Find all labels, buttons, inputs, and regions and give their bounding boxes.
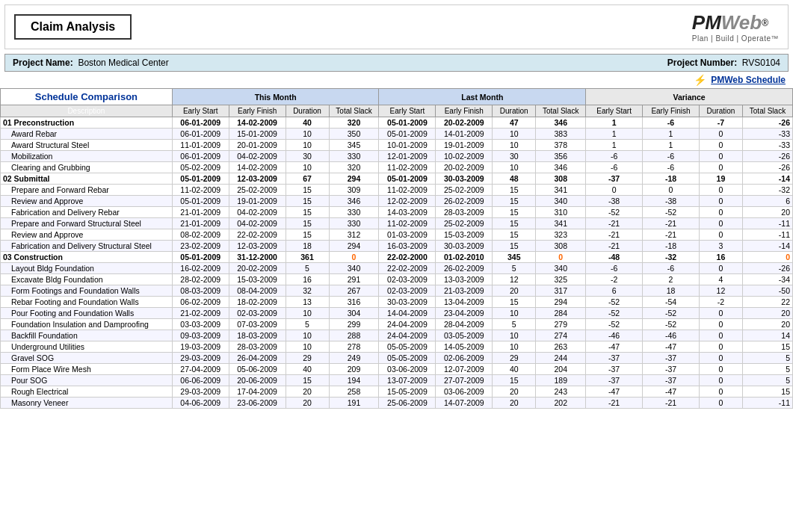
cell-desc: Prepare and Forward Structural Steel (1, 218, 173, 229)
cell-ef: 26-04-2009 (229, 353, 286, 364)
cell-ef: 14-02-2009 (229, 117, 286, 129)
cell-lef: 14-05-2009 (436, 341, 493, 353)
cell-vef: 1 (643, 129, 700, 140)
cell-lts: 202 (536, 398, 586, 409)
cell-les: 05-05-2009 (379, 341, 436, 353)
cell-dur: 30 (286, 151, 329, 162)
cell-vef: -52 (643, 319, 700, 330)
cell-ves: 1 (586, 117, 643, 129)
cell-les: 03-06-2009 (379, 364, 436, 375)
cell-vts: 5 (742, 353, 792, 364)
cell-vdur: 0 (699, 229, 742, 241)
cell-ves: 0 (586, 185, 643, 196)
cell-ef: 18-03-2009 (229, 330, 286, 341)
cell-lef: 03-05-2009 (436, 330, 493, 341)
cell-lts: 317 (536, 285, 586, 297)
cell-vef: 1 (643, 140, 700, 151)
cell-les: 05-05-2009 (379, 353, 436, 364)
cell-dur: 15 (286, 375, 329, 386)
cell-lef: 28-04-2009 (436, 319, 493, 330)
cell-lef: 14-01-2009 (436, 129, 493, 140)
cell-ts: 194 (329, 375, 379, 386)
cell-les: 25-06-2009 (379, 398, 436, 409)
cell-vef: -21 (643, 229, 700, 241)
cell-ts: 330 (329, 207, 379, 218)
cell-ef: 19-01-2009 (229, 196, 286, 207)
cell-ves: -21 (586, 241, 643, 252)
cell-ldur: 15 (493, 185, 536, 196)
cell-ldur: 15 (493, 218, 536, 229)
schedule-comparison-label: Schedule Comparison (35, 91, 138, 102)
cell-ves: -52 (586, 207, 643, 218)
cell-vts: 5 (742, 364, 792, 375)
cell-lts: 346 (536, 117, 586, 129)
logo-pm: PM (692, 11, 721, 34)
cell-dur: 5 (286, 319, 329, 330)
var-ts-subheader: Total Slack (742, 105, 792, 117)
cell-ts: 0 (329, 252, 379, 263)
table-row: Excavate Bldg Foundation 28-02-2009 15-0… (1, 274, 793, 285)
cell-les: 22-02-2000 (379, 252, 436, 263)
cell-les: 01-03-2009 (379, 229, 436, 241)
cell-es: 19-03-2009 (172, 341, 229, 353)
cell-lts: 294 (536, 297, 586, 308)
cell-lts: 279 (536, 319, 586, 330)
var-es-subheader: Early Start (586, 105, 643, 117)
cell-ts: 191 (329, 398, 379, 409)
cell-desc: Underground Utilities (1, 341, 173, 353)
cell-ldur: 12 (493, 274, 536, 285)
cell-vts: -26 (742, 162, 792, 173)
cell-vts: -26 (742, 117, 792, 129)
cell-desc: Rough Electrical (1, 386, 173, 398)
cell-es: 06-01-2009 (172, 129, 229, 140)
table-row: Prepare and Forward Rebar 11-02-2009 25-… (1, 185, 793, 196)
cell-lef: 27-07-2009 (436, 375, 493, 386)
cell-vdur: 0 (699, 140, 742, 151)
cell-lef: 19-01-2009 (436, 140, 493, 151)
cell-vdur: 4 (699, 274, 742, 285)
cell-les: 11-02-2009 (379, 218, 436, 229)
last-month-header: Last Month (379, 89, 586, 105)
cell-ts: 350 (329, 129, 379, 140)
project-number-label: Project Number: (667, 58, 737, 68)
table-row: Masonry Veneer 04-06-2009 23-06-2009 20 … (1, 398, 793, 409)
cell-vdur: 0 (699, 263, 742, 274)
cell-ldur: 5 (493, 263, 536, 274)
cell-lef: 20-02-2009 (436, 117, 493, 129)
cell-lts: 263 (536, 341, 586, 353)
cell-ef: 04-02-2009 (229, 218, 286, 229)
cell-les: 02-03-2009 (379, 285, 436, 297)
cell-les: 11-02-2009 (379, 162, 436, 173)
cell-desc: Foundation Insulation and Damproofing (1, 319, 173, 330)
cell-dur: 5 (286, 263, 329, 274)
cell-ef: 17-04-2009 (229, 386, 286, 398)
cell-ves: -2 (586, 274, 643, 285)
table-row: Rough Electrical 29-03-2009 17-04-2009 2… (1, 386, 793, 398)
cell-dur: 10 (286, 341, 329, 353)
cell-ts: 304 (329, 308, 379, 319)
table-section-row: 01 Preconstruction 06-01-2009 14-02-2009… (1, 117, 793, 129)
desc-subheader: Description (1, 105, 173, 117)
cell-vts: -32 (742, 185, 792, 196)
cell-dur: 29 (286, 353, 329, 364)
cell-ts: 294 (329, 241, 379, 252)
last-dur-subheader: Duration (493, 105, 536, 117)
cell-ef: 08-04-2009 (229, 285, 286, 297)
cell-ldur: 15 (493, 297, 536, 308)
claim-title: Claim Analysis (14, 14, 132, 40)
cell-ves: -38 (586, 196, 643, 207)
cell-ts: 267 (329, 285, 379, 297)
cell-desc: Gravel SOG (1, 353, 173, 364)
column-group-header-row: Schedule Comparison This Month Last Mont… (1, 89, 793, 105)
cell-vdur: 19 (699, 173, 742, 185)
main-table: Schedule Comparison This Month Last Mont… (0, 88, 793, 409)
schedule-link[interactable]: PMWeb Schedule (711, 75, 786, 85)
cell-desc: Prepare and Forward Rebar (1, 185, 173, 196)
cell-ef: 20-01-2009 (229, 140, 286, 151)
schedule-bar: ⚡ PMWeb Schedule (0, 72, 793, 88)
cell-lef: 28-03-2009 (436, 207, 493, 218)
cell-ts: 320 (329, 162, 379, 173)
cell-ldur: 20 (493, 285, 536, 297)
cell-ef: 25-02-2009 (229, 185, 286, 196)
cell-vef: -54 (643, 297, 700, 308)
